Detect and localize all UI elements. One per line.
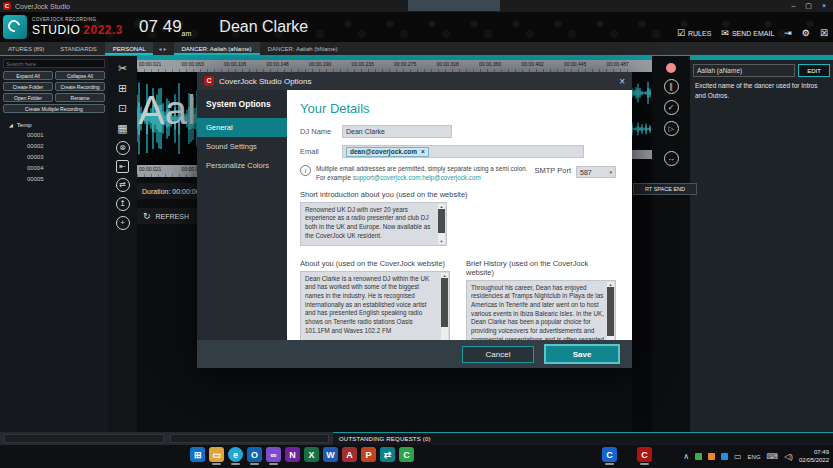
window-title: CoverJock Studio — [15, 3, 70, 10]
about-textarea[interactable]: Dean Clarke is a renowned DJ within the … — [300, 271, 450, 340]
taskbar-coverjock-blue[interactable]: C — [602, 447, 617, 465]
dj-name-input[interactable]: Dean Clarke — [342, 125, 452, 138]
scrollbar[interactable]: ▲▼ — [441, 273, 448, 340]
short-intro-textarea[interactable]: Renowned UK DJ with over 20 years experi… — [300, 202, 447, 246]
exit-button[interactable]: ⇥ — [784, 28, 792, 38]
dialog-nav-header: System Options — [197, 95, 287, 118]
create-multiple-recording-button[interactable]: Create Multiple Recording — [3, 104, 105, 113]
move-top-icon[interactable]: ↥ — [116, 197, 130, 211]
scrollbar[interactable]: ▲▼ — [607, 282, 614, 340]
taskbar-file-explorer[interactable]: ▭ — [209, 447, 224, 465]
tray-app-icon[interactable] — [695, 453, 702, 460]
tray-app-icon[interactable] — [721, 453, 728, 460]
tab-dancer-aname[interactable]: DANCER: Aaliah (aName) — [174, 42, 260, 55]
nav-item-sound-settings[interactable]: Sound Settings — [197, 137, 287, 156]
shuffle-icon[interactable]: ⇄ — [116, 178, 130, 192]
taskbar-edge[interactable]: e — [228, 447, 243, 465]
fit-width-icon[interactable]: ↔ — [664, 151, 679, 166]
import-icon[interactable]: ⇤ — [116, 160, 129, 173]
tab-features[interactable]: ATURES (89) — [0, 42, 52, 55]
record-button[interactable] — [666, 63, 676, 73]
ruler-tick: 00:00.402 — [520, 60, 563, 72]
tray-app-icon[interactable] — [708, 453, 715, 460]
coverjock-blue-icon: C — [602, 447, 617, 462]
add-icon[interactable]: + — [116, 216, 130, 230]
open-folder-button[interactable]: Open Folder — [3, 93, 53, 102]
taskbar-word[interactable]: W — [323, 447, 338, 465]
close-app-button[interactable]: ☒ — [820, 28, 828, 38]
tab-personal[interactable]: PERSONAL — [105, 42, 154, 55]
language-indicator[interactable]: ENG — [748, 454, 761, 460]
tray-chevron-icon[interactable]: ∧ — [683, 452, 689, 461]
scrollbar[interactable]: ▲▼ — [438, 204, 445, 244]
dancer-name-field[interactable]: Aaliah (aName) — [693, 64, 795, 77]
taskbar-clock[interactable]: 07:49 02/05/2022 — [799, 449, 829, 464]
minimize-icon[interactable]: – — [791, 2, 795, 10]
rules-button[interactable]: ☑ RULES — [677, 28, 711, 38]
secondary-waveform-strip[interactable] — [632, 56, 652, 432]
nav-item-personalize-colors[interactable]: Personalize Colors — [197, 156, 287, 175]
settings-button[interactable]: ⚙ — [802, 28, 810, 38]
edit-button[interactable]: EDIT — [798, 64, 830, 77]
timeline-ruler[interactable]: 00:00.021 00:00.063 00:00.106 00:00.148 … — [137, 60, 632, 72]
taskbar-start-button[interactable]: ⊞ — [190, 447, 205, 465]
taskbar-onenote[interactable]: N — [285, 447, 300, 465]
dialog-close-icon[interactable]: × — [619, 76, 625, 87]
insert-space-end-button[interactable]: RT SPACE END — [633, 183, 697, 195]
gear-icon: ⚙ — [802, 28, 810, 38]
play-icon[interactable]: ▷ — [664, 121, 679, 136]
tree-caret-icon[interactable]: ◢ — [9, 122, 13, 128]
chip-remove-icon[interactable]: × — [421, 148, 425, 155]
tree-item[interactable]: 00001 — [0, 130, 108, 141]
collapse-all-button[interactable]: Collapse All — [55, 71, 105, 80]
check-icon[interactable]: ✓ — [664, 100, 679, 115]
dj-name-label: DJ Name — [300, 127, 342, 136]
envelope-icon: ✉ — [721, 28, 729, 38]
expand-all-button[interactable]: Expand All — [3, 71, 53, 80]
close-icon[interactable]: × — [822, 2, 826, 10]
tree-item[interactable]: 00003 — [0, 152, 108, 163]
smtp-port-select[interactable]: 587 ▾ — [576, 166, 616, 178]
pause-icon[interactable]: ∥ — [664, 79, 679, 94]
taskbar-sync-app[interactable]: ⇄ — [380, 447, 395, 465]
speaker-icon[interactable]: ◁) — [784, 452, 793, 461]
search-input[interactable] — [3, 59, 105, 68]
tab-dancer-bname[interactable]: DANCER: Aaliah (bName) — [260, 42, 346, 55]
options-dialog: C CoverJock Studio Options × System Opti… — [197, 72, 632, 368]
cut-icon[interactable]: ✂ — [115, 61, 131, 76]
create-recording-button[interactable]: Create Recording — [55, 82, 105, 91]
tree-item[interactable]: 00004 — [0, 163, 108, 174]
info-icon: i — [300, 165, 311, 176]
touch-keyboard-icon[interactable]: ⌨ — [767, 452, 779, 461]
copy-icon[interactable]: ⊞ — [115, 81, 131, 96]
nav-item-general[interactable]: General — [197, 118, 287, 137]
tab-standards[interactable]: STANDARDS — [52, 42, 105, 55]
ruler-tick: 00:00.275 — [392, 60, 435, 72]
taskbar-coverjock-red[interactable]: C — [637, 447, 652, 465]
taskbar-visual-studio[interactable]: ∞ — [266, 447, 281, 465]
email-input[interactable]: dean@coverjock.com × — [342, 145, 584, 158]
tray-rect-icon[interactable]: ▭ — [734, 452, 742, 461]
create-folder-button[interactable]: Create Folder — [3, 82, 53, 91]
cancel-button[interactable]: Cancel — [462, 346, 534, 363]
tree-node-temp[interactable]: ◢ Temp — [0, 119, 108, 130]
smtp-port-label: SMTP Port — [534, 166, 571, 175]
window-titlebar: C CoverJock Studio – ▢ × — [0, 0, 833, 12]
tab-nav-fwd-icon[interactable]: ▸ — [164, 45, 169, 52]
send-email-button[interactable]: ✉ SEND EMAIL — [721, 28, 774, 38]
tree-item[interactable]: 00002 — [0, 141, 108, 152]
example-email-links[interactable]: support@coverjock.com;help@coverjock.com — [353, 174, 481, 181]
grid-view-icon[interactable]: ▦ — [115, 121, 131, 136]
tree-item[interactable]: 00005 — [0, 174, 108, 185]
delete-icon[interactable]: ⊗ — [116, 141, 130, 155]
taskbar-c-app[interactable]: C — [399, 447, 414, 465]
taskbar-excel[interactable]: X — [304, 447, 319, 465]
taskbar-access[interactable]: A — [342, 447, 357, 465]
restore-icon[interactable]: ▢ — [805, 2, 812, 10]
taskbar-powerpoint[interactable]: P — [361, 447, 376, 465]
rename-button[interactable]: Rename — [55, 93, 105, 102]
paste-icon[interactable]: ⊡ — [115, 101, 131, 116]
save-button[interactable]: Save — [544, 344, 620, 364]
taskbar-outlook[interactable]: O — [247, 447, 262, 465]
brief-history-textarea[interactable]: Throughout his career, Dean has enjoyed … — [466, 280, 616, 340]
